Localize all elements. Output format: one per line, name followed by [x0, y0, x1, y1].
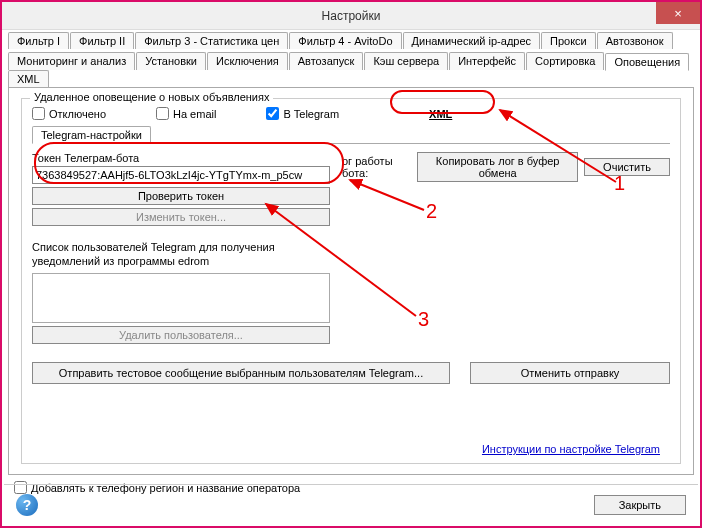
help-icon[interactable]: ? — [16, 494, 38, 516]
tab-сортировка[interactable]: Сортировка — [526, 52, 604, 70]
group-title: Удаленное оповещение о новых объявлениях — [30, 91, 273, 103]
copy-log-button[interactable]: Копировать лог в буфер обмена — [417, 152, 578, 182]
close-button[interactable]: Закрыть — [594, 495, 686, 515]
checkbox-telegram[interactable]: В Telegram — [266, 107, 339, 120]
checkbox-telegram-input[interactable] — [266, 107, 279, 120]
window-title: Настройки — [322, 9, 381, 23]
tab-content: Удаленное оповещение о новых объявлениях… — [8, 87, 694, 475]
tab-фильтр-3-статистика-цен[interactable]: Фильтр 3 - Статистика цен — [135, 32, 288, 49]
footer-bar: ? Закрыть — [4, 484, 698, 524]
userlist-label: Список пользователей Telegram для получе… — [32, 240, 332, 269]
tab-автозапуск[interactable]: Автозапуск — [289, 52, 364, 70]
notifications-groupbox: Удаленное оповещение о новых объявлениях… — [21, 98, 681, 464]
cancel-send-button[interactable]: Отменить отправку — [470, 362, 670, 384]
tab-прокси[interactable]: Прокси — [541, 32, 596, 49]
window-close-button[interactable]: × — [656, 2, 700, 24]
xml-link[interactable]: XML — [429, 108, 452, 120]
title-bar: Настройки × — [2, 2, 700, 30]
instructions-link[interactable]: Инструкции по настройке Telegram — [482, 443, 660, 455]
checkbox-email-input[interactable] — [156, 107, 169, 120]
tabs-row-1: Фильтр IФильтр IIФильтр 3 - Статистика ц… — [2, 30, 700, 49]
tab-фильтр-ii[interactable]: Фильтр II — [70, 32, 134, 49]
checkbox-disabled-input[interactable] — [32, 107, 45, 120]
tab-автозвонок[interactable]: Автозвонок — [597, 32, 673, 49]
userlist-box[interactable] — [32, 273, 330, 323]
tab-исключения[interactable]: Исключения — [207, 52, 288, 70]
tab-фильтр-4-avitodo[interactable]: Фильтр 4 - AvitoDo — [289, 32, 401, 49]
subtab-telegram-settings[interactable]: Telegram-настройки — [32, 126, 151, 144]
clear-log-button[interactable]: Очистить — [584, 158, 670, 176]
checkbox-email[interactable]: На email — [156, 107, 216, 120]
tab-фильтр-i[interactable]: Фильтр I — [8, 32, 69, 49]
change-token-button[interactable]: Изменить токен... — [32, 208, 330, 226]
tab-интерфейс[interactable]: Интерфейс — [449, 52, 525, 70]
delete-user-button[interactable]: Удалить пользователя... — [32, 326, 330, 344]
log-label: ог работы бота: — [342, 155, 411, 179]
tabs-row-2: Мониторинг и анализУстановкиИсключенияАв… — [2, 50, 700, 87]
tab-кэш-сервера[interactable]: Кэш сервера — [364, 52, 448, 70]
tab-xml[interactable]: XML — [8, 70, 49, 87]
token-input[interactable] — [32, 166, 330, 184]
tab-оповещения[interactable]: Оповещения — [605, 53, 689, 71]
tab-мониторинг-и-анализ[interactable]: Мониторинг и анализ — [8, 52, 135, 70]
token-label: Токен Телеграм-бота — [32, 152, 332, 164]
checkbox-disabled[interactable]: Отключено — [32, 107, 106, 120]
tab-динамический-ip-адрес[interactable]: Динамический ip-адрес — [403, 32, 541, 49]
check-token-button[interactable]: Проверить токен — [32, 187, 330, 205]
send-test-button[interactable]: Отправить тестовое сообщение выбранным п… — [32, 362, 450, 384]
tab-установки[interactable]: Установки — [136, 52, 206, 70]
